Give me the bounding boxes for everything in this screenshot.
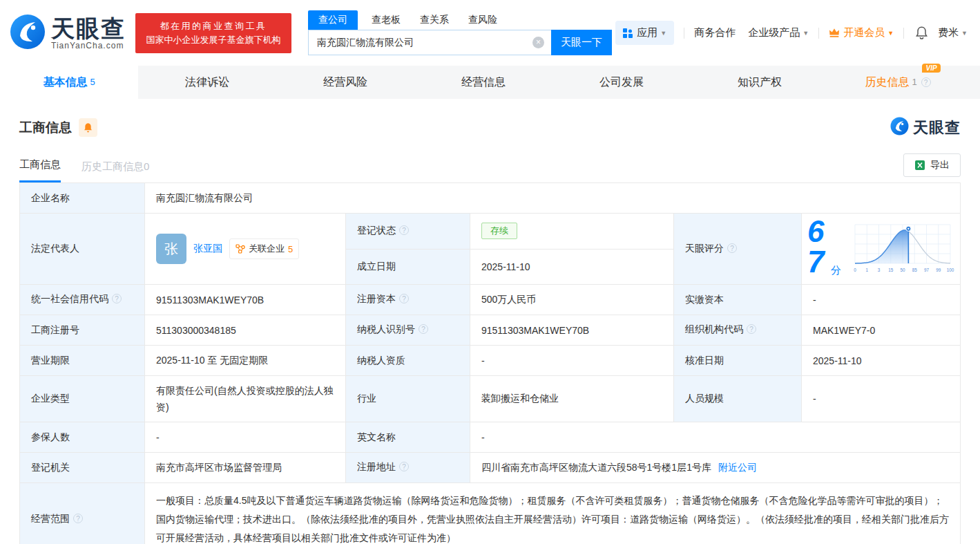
subtab-history-business-info[interactable]: 历史工商信息0 [81,160,149,182]
uscc-label: 统一社会信用代码? [20,285,145,315]
subtab-business-info[interactable]: 工商信息 [19,158,61,182]
help-icon[interactable]: ? [727,243,737,253]
uscc-value: 91511303MAK1WEY70B [145,285,346,315]
crown-icon [829,28,840,38]
svg-text:50: 50 [900,268,905,272]
paid-capital-value: - [802,285,961,315]
top-header: 天眼查 TianYanCha.com 都在用的商业查询工具 国家中小企业发展子基… [0,0,980,66]
tab-operating-risk[interactable]: 经营风险 [276,66,414,99]
help-icon[interactable]: ? [112,294,122,303]
staff-size-label: 人员规模 [674,376,802,422]
header-nav: 应用 ▼ 商务合作 企业级产品 ▼ 开通会员 ▼ 费米 ▼ [615,21,968,45]
reg-authority-value: 南充市高坪区市场监督管理局 [145,453,346,483]
watermark-text: 天眼查 [913,118,961,138]
reg-address-value: 四川省南充市高坪区物流大道六段58号1号楼1层1号库 [481,462,711,473]
tab-legal-proceedings[interactable]: 法律诉讼 [138,66,276,99]
taxpayer-id-label: 纳税人识别号? [346,315,470,346]
staff-size-value: - [802,376,961,422]
enterprise-products-menu[interactable]: 企业级产品 ▼ [748,26,809,39]
related-companies-count: 5 [288,244,293,254]
help-icon[interactable]: ? [399,462,409,471]
export-button[interactable]: 导出 [903,153,961,177]
tab-label: 法律诉讼 [185,66,229,99]
tab-history-info[interactable]: 历史信息 VIP 1 ? [829,66,967,99]
org-code-label: 组织机构代码? [674,315,802,346]
notification-bell-icon[interactable] [915,26,928,40]
help-icon[interactable]: ? [747,324,756,334]
business-info-section: 工商信息 天眼查 工商信息 历史工商信息0 导出 企业名称 南充圆汇物流有限公司 [0,117,980,544]
reg-address-cell: 四川省南充市高坪区物流大道六段58号1号楼1层1号库附近公司 [470,453,961,483]
clear-search-icon[interactable]: × [532,37,544,48]
tab-company-development[interactable]: 公司发展 [553,66,691,99]
svg-text:97: 97 [924,268,930,272]
tianyancha-logo[interactable]: 天眼查 TianYanCha.com [10,14,126,53]
divider [818,28,819,39]
tab-basic-info[interactable]: 基本信息5 [0,66,138,99]
business-cooperation-link[interactable]: 商务合作 [694,26,736,39]
related-companies-badge[interactable]: 关联企业 5 [229,238,299,259]
taxpayer-quality-value: - [470,346,674,376]
score-number: 67 [807,216,829,277]
approval-date-label: 核准日期 [674,346,802,376]
promo-banner: 都在用的商业查询工具 国家中小企业发展子基金旗下机构 [135,13,291,53]
chevron-down-icon: ▼ [961,30,968,37]
help-icon[interactable]: ? [419,324,428,334]
industry-label: 行业 [346,376,470,422]
search-tab-company[interactable]: 查公司 [308,10,358,30]
search-tab-risk[interactable]: 查风险 [468,10,497,30]
tab-label: 知识产权 [738,66,782,99]
related-companies-icon [236,244,245,254]
english-name-label: 英文名称 [346,422,470,453]
industry-value: 装卸搬运和仓储业 [470,376,674,422]
excel-icon [914,160,925,171]
company-type-label: 企业类型 [20,376,145,422]
nearby-companies-link[interactable]: 附近公司 [718,462,757,473]
establish-date-value: 2025-11-10 [470,249,674,285]
svg-text:15: 15 [888,268,894,272]
score-label: 天眼评分? [674,214,802,285]
search-tabs: 查公司 查老板 查关系 查风险 [308,10,612,30]
help-icon[interactable]: ? [921,77,931,87]
company-search-input[interactable] [308,30,551,55]
taxpayer-id-value: 91511303MAK1WEY70B [470,315,674,346]
company-name-label: 企业名称 [20,183,145,214]
reg-status-value: 存续 [470,214,674,250]
reg-capital-label: 注册资本? [346,285,470,315]
svg-text:1: 1 [865,268,868,272]
apps-menu[interactable]: 应用 ▼ [615,21,674,45]
enterprise-products-label: 企业级产品 [748,26,800,39]
legal-rep-avatar[interactable]: 张 [156,234,186,264]
tab-label: 经营风险 [323,66,367,99]
help-icon[interactable]: ? [399,225,409,235]
help-icon[interactable]: ? [73,514,83,523]
score-unit: 分 [831,264,841,277]
legal-rep-label: 法定代表人 [20,214,145,285]
tianyancha-logo-icon [10,14,46,53]
legal-rep-name-link[interactable]: 张亚国 [193,243,222,255]
monitor-bell-icon[interactable] [79,118,97,137]
help-icon[interactable]: ? [399,294,409,303]
brand-name: 天眼查 [51,16,126,41]
company-name-value: 南充圆汇物流有限公司 [145,183,961,214]
apps-label: 应用 [637,26,657,39]
tab-intellectual-property[interactable]: 知识产权 [691,66,829,99]
business-term-label: 营业期限 [20,346,145,376]
business-scope-label: 经营范围? [20,483,145,544]
score-cell: 67 分 0131550859799100 [802,214,961,285]
search-button[interactable]: 天眼一下 [551,30,612,55]
export-label: 导出 [930,159,950,171]
reg-number-label: 工商注册号 [20,315,145,346]
taxpayer-quality-label: 纳税人资质 [346,346,470,376]
svg-text:100: 100 [947,268,954,272]
search-tab-relation[interactable]: 查关系 [420,10,449,30]
reg-authority-label: 登记机关 [20,453,145,483]
open-vip-menu[interactable]: 开通会员 ▼ [829,26,894,39]
search-tab-boss[interactable]: 查老板 [372,10,401,30]
insured-value: - [145,422,346,453]
company-tabbar: 基本信息5 法律诉讼 经营风险 经营信息 公司发展 知识产权 历史信息 VIP … [0,66,980,99]
reg-address-label: 注册地址? [346,453,470,483]
business-info-table: 企业名称 南充圆汇物流有限公司 法定代表人 张 张亚国 关联企业 5 [19,182,961,544]
tab-operating-info[interactable]: 经营信息 [414,66,553,99]
section-title: 工商信息 [19,119,72,137]
user-menu[interactable]: 费米 ▼ [938,26,968,39]
